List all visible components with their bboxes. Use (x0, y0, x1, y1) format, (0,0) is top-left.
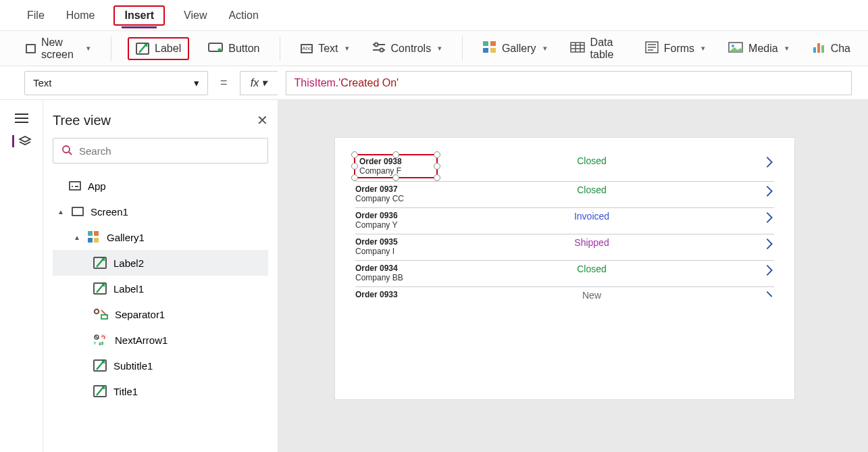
controls-icon (372, 42, 386, 55)
left-rail (0, 100, 43, 452)
tab-home[interactable]: Home (63, 4, 98, 27)
button-label: Button (228, 43, 259, 55)
gallery-list: Order 0938Company FClosedOrder 0937Compa… (355, 153, 774, 307)
search-box[interactable] (53, 138, 268, 164)
gallery-label: Gallery (502, 43, 536, 55)
next-arrow-icon[interactable] (747, 237, 774, 251)
table-icon (570, 42, 585, 55)
next-arrow-icon[interactable] (747, 184, 774, 198)
tree-label: Gallery1 (107, 232, 145, 243)
list-item[interactable]: Order 0937Company CCClosed (355, 182, 774, 208)
item-subtitle: Company Y (355, 220, 436, 230)
tree-label: Title1 (113, 386, 138, 397)
list-item[interactable]: Order 0933New (355, 287, 774, 307)
list-item[interactable]: Order 0938Company FClosed (355, 153, 774, 182)
svg-text:♡: ♡ (101, 334, 107, 341)
divider (111, 36, 111, 61)
button-button[interactable]: Button (204, 37, 263, 60)
media-dropdown[interactable]: Media ▾ (724, 38, 793, 59)
tree-node[interactable]: +⇄♡NextArrow1 (53, 327, 268, 353)
tree-node[interactable]: Separator1 (53, 301, 268, 327)
label-icon (93, 257, 107, 269)
controls-dropdown[interactable]: Controls ▾ (368, 38, 446, 59)
nextarrow-icon: +⇄♡ (93, 334, 108, 346)
selection-handles[interactable] (354, 154, 438, 178)
svg-rect-23 (817, 43, 820, 53)
search-input[interactable] (79, 145, 259, 157)
tree-node-screen1[interactable]: ▲ Screen1 (53, 199, 268, 224)
svg-text:⇄: ⇄ (99, 340, 104, 346)
item-status: Invoiced (436, 211, 747, 222)
data-table-label: Data table (590, 36, 622, 61)
next-arrow-icon[interactable] (747, 290, 774, 303)
forms-icon (645, 41, 659, 56)
svg-point-31 (95, 309, 99, 313)
property-dropdown[interactable]: Text ▾ (24, 71, 208, 95)
close-icon[interactable]: ✕ (257, 112, 268, 128)
label-icon (136, 43, 149, 55)
tree-node[interactable]: Title1 (53, 378, 268, 404)
tab-insert[interactable]: Insert (122, 4, 157, 28)
data-table-button[interactable]: Data table (566, 32, 626, 65)
menu-bar: File Home Insert View Action (0, 0, 868, 31)
list-item[interactable]: Order 0935Company IShipped (355, 234, 774, 261)
tree-node-app[interactable]: App (53, 173, 268, 199)
svg-rect-9 (483, 48, 488, 53)
controls-label: Controls (391, 43, 432, 55)
gallery-icon (483, 41, 496, 56)
tab-file[interactable]: File (24, 4, 47, 27)
svg-rect-7 (483, 41, 488, 46)
divider (462, 36, 463, 61)
chevron-down-icon: ▾ (345, 44, 349, 53)
collapse-icon[interactable]: ▲ (73, 234, 81, 241)
item-title: Order 0936 (355, 211, 436, 220)
next-arrow-icon[interactable] (747, 263, 774, 277)
separator-icon (93, 308, 108, 320)
text-dropdown[interactable]: Abc Text ▾ (297, 39, 353, 59)
svg-point-4 (374, 43, 378, 46)
text-label: Text (318, 43, 338, 55)
item-subtitle: Company CC (355, 194, 436, 203)
next-arrow-icon[interactable] (747, 211, 774, 224)
collapse-icon[interactable]: ▲ (57, 208, 65, 216)
tree-view-icon[interactable] (12, 135, 27, 147)
chevron-down-icon: ▾ (261, 76, 267, 89)
item-subtitle: Company I (355, 247, 436, 256)
tree-node-gallery1[interactable]: ▲ Gallery1 (53, 224, 268, 250)
item-title: Order 0933 (355, 290, 436, 299)
label-icon (93, 282, 107, 295)
tree-node[interactable]: Subtitle1 (53, 353, 268, 378)
tree-view-title: Tree view (53, 113, 111, 128)
label-button[interactable]: Label (128, 37, 189, 60)
svg-point-25 (63, 146, 70, 153)
canvas[interactable]: Order 0938Company FClosedOrder 0937Compa… (278, 100, 868, 452)
tree-label: Separator1 (115, 309, 165, 320)
list-item[interactable]: Order 0936Company YInvoiced (355, 208, 774, 234)
tree-node[interactable]: Label1 (53, 276, 268, 301)
next-arrow-icon[interactable] (747, 155, 774, 169)
list-item[interactable]: Order 0934Company BBClosed (355, 261, 774, 287)
formula-input[interactable]: ThisItem.'Created On' (286, 71, 852, 95)
svg-rect-10 (490, 48, 496, 53)
tree-label: NextArrow1 (115, 334, 168, 346)
chevron-down-icon: ▾ (701, 44, 705, 53)
new-screen-button[interactable]: New screen ▾ (22, 32, 95, 65)
tree-label: App (88, 180, 106, 192)
gallery-icon (88, 231, 100, 243)
button-icon (208, 41, 223, 56)
svg-rect-11 (571, 43, 584, 52)
fx-button[interactable]: fx ▾ (240, 71, 278, 95)
tab-action[interactable]: Action (226, 4, 261, 27)
hamburger-icon[interactable] (15, 114, 28, 123)
search-icon (61, 145, 72, 157)
svg-point-21 (732, 45, 734, 47)
gallery-dropdown[interactable]: Gallery ▾ (479, 37, 551, 60)
tab-view[interactable]: View (181, 4, 209, 27)
divider (280, 36, 280, 61)
equals-label: = (216, 76, 232, 90)
tree-node[interactable]: Label2 (53, 250, 268, 276)
app-preview: Order 0938Company FClosedOrder 0937Compa… (335, 138, 794, 399)
forms-dropdown[interactable]: Forms ▾ (641, 37, 709, 60)
item-status: Shipped (436, 237, 747, 248)
charts-dropdown[interactable]: Cha (808, 37, 854, 60)
